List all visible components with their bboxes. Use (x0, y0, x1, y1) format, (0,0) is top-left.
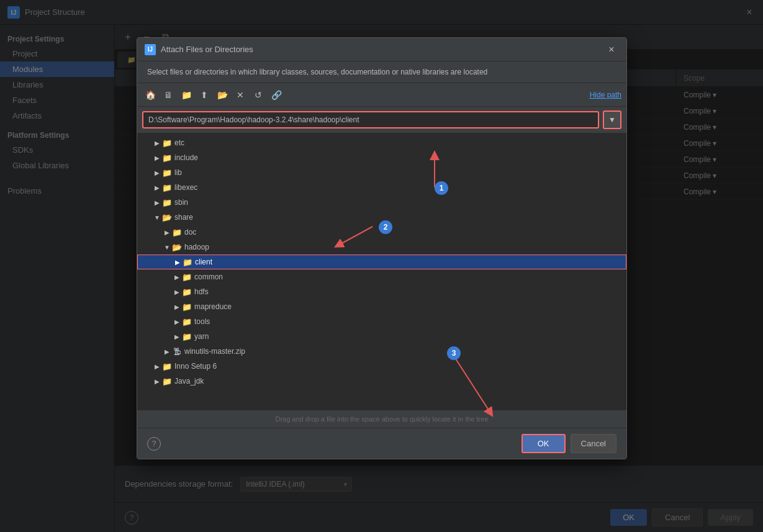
toggle-hadoop[interactable]: ▼ (162, 242, 172, 252)
folder-icon-include: 📁 (162, 153, 172, 163)
toggle-lib[interactable]: ▶ (152, 168, 162, 178)
zip-icon-winutils: 🗜 (172, 346, 182, 356)
toggle-java-jdk[interactable]: ▶ (152, 376, 162, 386)
tree-item-include[interactable]: ▶ 📁 include (137, 150, 626, 165)
toggle-inno[interactable]: ▶ (152, 361, 162, 371)
folder-icon-hadoop: 📂 (172, 242, 182, 252)
hide-path-link[interactable]: Hide path (590, 91, 621, 99)
file-toolbar: 🏠 🖥 📁 ⬆ 📂 ✕ ↺ 🔗 Hide path (137, 83, 626, 107)
dialog-title-bar: IJ Attach Files or Directories × (137, 38, 626, 61)
toggle-etc[interactable]: ▶ (152, 138, 162, 148)
folder-icon-java-jdk: 📁 (162, 376, 172, 386)
up-button[interactable]: ⬆ (196, 87, 212, 103)
toggle-sbin[interactable]: ▶ (152, 197, 162, 207)
dialog-title: Attach Files or Directories (161, 45, 253, 54)
folder-icon-sbin: 📁 (162, 197, 172, 207)
refresh-button[interactable]: ↺ (250, 87, 266, 103)
tree-item-client[interactable]: ▶ 📁 client (137, 255, 626, 269)
dialog-buttons: OK Cancel (521, 434, 616, 453)
tree-item-mapreduce[interactable]: ▶ 📁 mapreduce (137, 299, 626, 314)
tree-item-etc[interactable]: ▶ 📁 etc (137, 135, 626, 150)
dialog-description: Select files or directories in which lib… (137, 61, 626, 83)
step-badge-2: 2 (379, 220, 392, 234)
tree-item-hdfs[interactable]: ▶ 📁 hdfs (137, 284, 626, 299)
path-area: ▼ (137, 107, 626, 133)
home-button[interactable]: 🏠 (142, 87, 158, 103)
tree-item-sbin[interactable]: ▶ 📁 sbin (137, 195, 626, 210)
link-button[interactable]: 🔗 (268, 87, 284, 103)
step-badge-1: 1 (435, 181, 448, 195)
folder-icon-client: 📁 (183, 257, 192, 267)
folder-icon-inno: 📁 (162, 361, 172, 371)
path-input-wrapper (142, 111, 599, 128)
toggle-common[interactable]: ▶ (172, 272, 182, 282)
folder-icon-hdfs: 📁 (182, 287, 192, 297)
folder-icon-common: 📁 (182, 272, 192, 282)
folder-icon-lib: 📁 (162, 168, 172, 178)
new-folder-button[interactable]: 📂 (214, 87, 230, 103)
modal-overlay: 1 2 3 IJ Attach Files or Directories × (0, 0, 763, 532)
tree-item-tools[interactable]: ▶ 📁 tools (137, 314, 626, 329)
drag-hint: Drag and drop a file into the space abov… (137, 410, 626, 428)
folder-icon-etc: 📁 (162, 138, 172, 148)
folder-button[interactable]: 📁 (178, 87, 194, 103)
toggle-client[interactable]: ▶ (173, 257, 183, 267)
dialog-cancel-button[interactable]: Cancel (571, 434, 616, 453)
toggle-tools[interactable]: ▶ (172, 317, 182, 327)
dialog-footer: ? OK Cancel (137, 428, 626, 459)
path-input[interactable] (143, 112, 598, 127)
dialog-ok-button[interactable]: OK (521, 434, 566, 453)
dialog-help-icon[interactable]: ? (147, 437, 161, 451)
tree-item-common[interactable]: ▶ 📁 common (137, 269, 626, 284)
tree-item-libexec[interactable]: ▶ 📁 libexec (137, 180, 626, 195)
toggle-doc[interactable]: ▶ (162, 227, 172, 237)
folder-icon-share: 📂 (162, 212, 172, 222)
toggle-winutils[interactable]: ▶ (162, 346, 172, 356)
dialog-app-icon: IJ (145, 44, 156, 55)
folder-icon-mapreduce: 📁 (182, 302, 192, 312)
file-tree[interactable]: ▶ 📁 etc ▶ 📁 include ▶ 📁 lib ▶ 📁 libexec (137, 133, 626, 410)
tree-item-lib[interactable]: ▶ 📁 lib (137, 165, 626, 180)
toggle-yarn[interactable]: ▶ (172, 331, 182, 341)
toggle-hdfs[interactable]: ▶ (172, 287, 182, 297)
folder-icon-tools: 📁 (182, 317, 192, 327)
attach-dialog: IJ Attach Files or Directories × Select … (137, 37, 627, 459)
folder-icon-yarn: 📁 (182, 331, 192, 341)
folder-icon-doc: 📁 (172, 227, 182, 237)
delete-button[interactable]: ✕ (232, 87, 248, 103)
folder-icon-libexec: 📁 (162, 183, 172, 192)
tree-item-hadoop[interactable]: ▼ 📂 hadoop (137, 240, 626, 255)
tree-item-inno[interactable]: ▶ 📁 Inno Setup 6 (137, 359, 626, 374)
path-dropdown-button[interactable]: ▼ (603, 110, 621, 129)
step-badge-3: 3 (447, 346, 461, 360)
tree-item-yarn[interactable]: ▶ 📁 yarn (137, 329, 626, 344)
tree-item-winutils[interactable]: ▶ 🗜 winutils-master.zip (137, 344, 626, 359)
toggle-libexec[interactable]: ▶ (152, 183, 162, 192)
toggle-include[interactable]: ▶ (152, 153, 162, 163)
toggle-share[interactable]: ▼ (152, 212, 162, 222)
toggle-mapreduce[interactable]: ▶ (172, 302, 182, 312)
tree-item-java-jdk[interactable]: ▶ 📁 Java_jdk (137, 374, 626, 389)
dialog-close-button[interactable]: × (604, 42, 619, 57)
computer-button[interactable]: 🖥 (160, 87, 176, 103)
